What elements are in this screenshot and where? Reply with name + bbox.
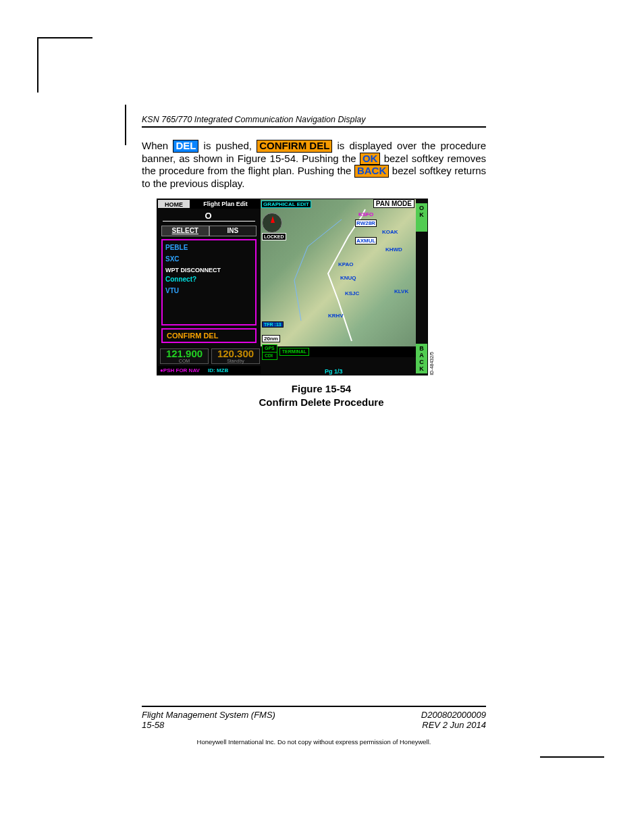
copyright-notice: Honeywell International Inc. Do not copy… [142,738,486,746]
airport-label: KSJC [345,290,359,296]
para-text: is pushed, [204,140,257,151]
crop-mark-tl [37,37,92,93]
terminal-badge: TERMINAL [279,348,309,356]
del-softkey-label: DEL [173,140,198,153]
footer-revision: REV 2 Jun 2014 [422,720,486,730]
body-paragraph: When DEL is pushed, CONFIRM DEL is displ… [142,140,486,189]
airport-label: KLVK [394,288,408,294]
map-status-row: GPS CDI TERMINAL [261,346,416,357]
running-header: KSN 765/770 Integrated Communication Nav… [142,115,486,128]
footer-page-number: 15-58 [142,720,164,730]
nav-id-label: ID: MZB [208,366,228,375]
crop-mark-br [540,756,604,812]
standby-frequency[interactable]: 120.300 Standby [211,348,260,364]
ok-softkey-label: OK [360,153,381,165]
map-scale-badge: 20nm [262,335,280,342]
figure-number: Figure 15-54 [157,382,486,396]
figure-wrapper: HOME Flight Plan Edit K S A N – K S F O … [157,199,486,409]
confirm-del-label: CONFIRM DEL [257,140,332,153]
figure-title: Confirm Delete Procedure [157,396,486,409]
figure-caption: Figure 15-54 Confirm Delete Procedure [157,382,486,409]
confirm-del-banner[interactable]: CONFIRM DEL [161,328,257,343]
crop-mark-left [125,105,126,145]
waypoint-item[interactable]: VTU [165,285,252,296]
right-bezel: O K B A C K [416,199,427,375]
waypoint-item[interactable]: PEBLE [165,242,252,253]
standby-freq-value: 120.300 [212,349,259,359]
left-panel: HOME Flight Plan Edit K S A N – K S F O … [157,199,261,375]
page-footer: Flight Management System (FMS) D20080200… [142,706,486,746]
map-panel[interactable]: GRAPHICAL EDIT PAN MODE LOCKED KSFO RW28… [261,199,416,346]
standby-freq-label: Standby [212,359,259,363]
ok-bezel-label: O K [419,205,424,218]
flight-plan-list: PEBLE SXC WPT DISCONNECT Connect? VTU [161,239,257,325]
pan-mode-badge: PAN MODE [373,199,414,208]
home-button[interactable]: HOME [157,199,190,209]
back-softkey-label: BACK [354,165,389,178]
flight-plan-edit-title: Flight Plan Edit [190,199,261,209]
flight-path-line [261,199,416,346]
cdi-badge: CDI [262,352,277,360]
footer-doc-title: Flight Management System (FMS) [142,710,275,720]
locked-badge: LOCKED [262,233,286,240]
compass-icon [262,213,282,233]
back-bezel-softkey[interactable]: B A C K [416,344,427,373]
page-indicator: Pg 1/3 [325,368,343,375]
connect-prompt[interactable]: Connect? [165,276,252,285]
runway-label: RW28R [355,219,377,227]
active-freq-label: COM [161,359,208,363]
active-freq-value: 121.900 [161,349,208,359]
bottom-status-bar: ●PSH FOR NAV ID: MZB [157,366,261,375]
airport-label: KPAO [338,261,354,267]
ok-bezel-softkey[interactable]: O K [416,203,427,232]
wpt-disconnect-label: WPT DISCONNECT [165,265,252,276]
back-bezel-label: B A C K [419,345,424,372]
psh-for-nav-label: ●PSH FOR NAV [160,367,200,373]
ins-button[interactable]: INS [209,226,257,236]
para-text: When [142,140,173,151]
graphical-edit-badge: GRAPHICAL EDIT [261,201,311,208]
waypoint-item[interactable]: SXC [165,253,252,265]
airport-label: KHWD [385,246,402,253]
airport-label: KRHV [328,313,344,319]
intersection-label: AXMUL [355,237,377,244]
select-button[interactable]: SELECT [161,226,209,236]
ksn-display-mockup: HOME Flight Plan Edit K S A N – K S F O … [157,199,428,375]
footer-doc-number: D200802000009 [421,710,486,720]
airport-label: KSFO [358,211,373,217]
airport-label: KOAK [382,229,398,235]
tfr-badge: TFR :13 [262,321,284,328]
airport-label: KNUQ [340,275,356,281]
active-frequency[interactable]: 121.900 COM [160,348,209,364]
image-id-label: ID-48432/5 [429,352,434,375]
